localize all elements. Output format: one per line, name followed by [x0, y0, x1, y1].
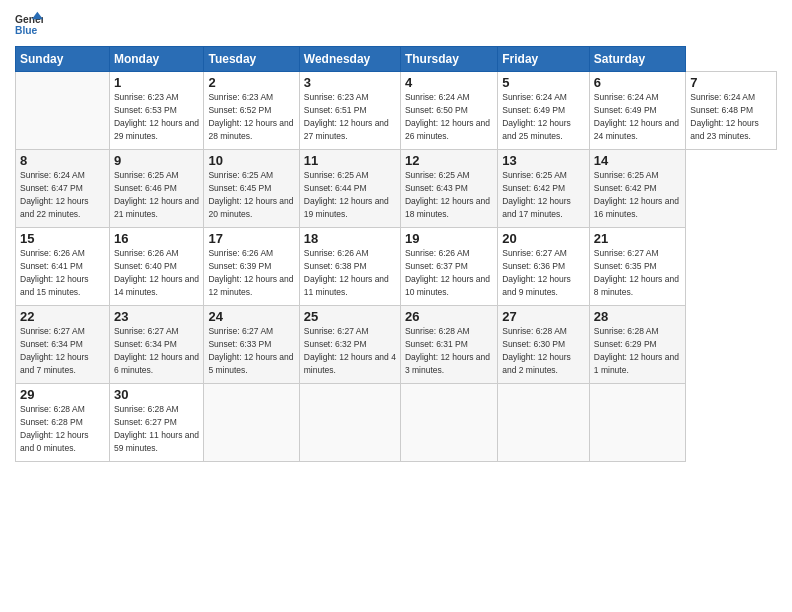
day-cell-7: 7 Sunrise: 6:24 AMSunset: 6:48 PMDayligh… — [686, 72, 777, 150]
day-info: Sunrise: 6:25 AMSunset: 6:43 PMDaylight:… — [405, 170, 490, 219]
day-info: Sunrise: 6:26 AMSunset: 6:37 PMDaylight:… — [405, 248, 490, 297]
day-info: Sunrise: 6:27 AMSunset: 6:32 PMDaylight:… — [304, 326, 396, 375]
day-cell-6: 6 Sunrise: 6:24 AMSunset: 6:49 PMDayligh… — [589, 72, 685, 150]
calendar-week-2: 8 Sunrise: 6:24 AMSunset: 6:47 PMDayligh… — [16, 150, 777, 228]
day-cell-2: 2 Sunrise: 6:23 AMSunset: 6:52 PMDayligh… — [204, 72, 299, 150]
empty-cell — [400, 384, 497, 462]
day-cell-28: 28 Sunrise: 6:28 AMSunset: 6:29 PMDaylig… — [589, 306, 685, 384]
day-info: Sunrise: 6:28 AMSunset: 6:30 PMDaylight:… — [502, 326, 571, 375]
day-number: 26 — [405, 309, 493, 324]
day-info: Sunrise: 6:27 AMSunset: 6:35 PMDaylight:… — [594, 248, 679, 297]
day-number: 21 — [594, 231, 681, 246]
weekday-thursday: Thursday — [400, 47, 497, 72]
empty-cell — [16, 72, 110, 150]
day-number: 3 — [304, 75, 396, 90]
day-number: 22 — [20, 309, 105, 324]
empty-cell — [498, 384, 590, 462]
day-cell-19: 19 Sunrise: 6:26 AMSunset: 6:37 PMDaylig… — [400, 228, 497, 306]
day-cell-9: 9 Sunrise: 6:25 AMSunset: 6:46 PMDayligh… — [109, 150, 204, 228]
weekday-saturday: Saturday — [589, 47, 685, 72]
day-cell-18: 18 Sunrise: 6:26 AMSunset: 6:38 PMDaylig… — [299, 228, 400, 306]
day-cell-30: 30 Sunrise: 6:28 AMSunset: 6:27 PMDaylig… — [109, 384, 204, 462]
day-info: Sunrise: 6:24 AMSunset: 6:49 PMDaylight:… — [594, 92, 679, 141]
day-cell-11: 11 Sunrise: 6:25 AMSunset: 6:44 PMDaylig… — [299, 150, 400, 228]
day-number: 13 — [502, 153, 585, 168]
day-number: 24 — [208, 309, 294, 324]
day-info: Sunrise: 6:24 AMSunset: 6:47 PMDaylight:… — [20, 170, 89, 219]
day-info: Sunrise: 6:27 AMSunset: 6:34 PMDaylight:… — [114, 326, 199, 375]
day-cell-16: 16 Sunrise: 6:26 AMSunset: 6:40 PMDaylig… — [109, 228, 204, 306]
day-info: Sunrise: 6:28 AMSunset: 6:27 PMDaylight:… — [114, 404, 199, 453]
day-info: Sunrise: 6:27 AMSunset: 6:33 PMDaylight:… — [208, 326, 293, 375]
day-number: 19 — [405, 231, 493, 246]
calendar-week-1: 1 Sunrise: 6:23 AMSunset: 6:53 PMDayligh… — [16, 72, 777, 150]
weekday-sunday: Sunday — [16, 47, 110, 72]
day-info: Sunrise: 6:25 AMSunset: 6:42 PMDaylight:… — [502, 170, 571, 219]
day-number: 2 — [208, 75, 294, 90]
weekday-tuesday: Tuesday — [204, 47, 299, 72]
day-cell-10: 10 Sunrise: 6:25 AMSunset: 6:45 PMDaylig… — [204, 150, 299, 228]
empty-cell — [299, 384, 400, 462]
empty-cell — [204, 384, 299, 462]
day-number: 30 — [114, 387, 200, 402]
calendar-week-4: 22 Sunrise: 6:27 AMSunset: 6:34 PMDaylig… — [16, 306, 777, 384]
day-info: Sunrise: 6:25 AMSunset: 6:44 PMDaylight:… — [304, 170, 389, 219]
day-info: Sunrise: 6:25 AMSunset: 6:45 PMDaylight:… — [208, 170, 293, 219]
day-cell-22: 22 Sunrise: 6:27 AMSunset: 6:34 PMDaylig… — [16, 306, 110, 384]
day-number: 18 — [304, 231, 396, 246]
day-info: Sunrise: 6:28 AMSunset: 6:31 PMDaylight:… — [405, 326, 490, 375]
day-number: 28 — [594, 309, 681, 324]
day-cell-29: 29 Sunrise: 6:28 AMSunset: 6:28 PMDaylig… — [16, 384, 110, 462]
empty-cell — [589, 384, 685, 462]
logo: General Blue — [15, 10, 43, 38]
calendar-body: 1 Sunrise: 6:23 AMSunset: 6:53 PMDayligh… — [16, 72, 777, 462]
day-cell-4: 4 Sunrise: 6:24 AMSunset: 6:50 PMDayligh… — [400, 72, 497, 150]
day-cell-26: 26 Sunrise: 6:28 AMSunset: 6:31 PMDaylig… — [400, 306, 497, 384]
day-info: Sunrise: 6:25 AMSunset: 6:42 PMDaylight:… — [594, 170, 679, 219]
weekday-monday: Monday — [109, 47, 204, 72]
day-info: Sunrise: 6:26 AMSunset: 6:40 PMDaylight:… — [114, 248, 199, 297]
day-info: Sunrise: 6:26 AMSunset: 6:41 PMDaylight:… — [20, 248, 89, 297]
day-cell-5: 5 Sunrise: 6:24 AMSunset: 6:49 PMDayligh… — [498, 72, 590, 150]
day-cell-17: 17 Sunrise: 6:26 AMSunset: 6:39 PMDaylig… — [204, 228, 299, 306]
day-info: Sunrise: 6:28 AMSunset: 6:28 PMDaylight:… — [20, 404, 89, 453]
day-number: 8 — [20, 153, 105, 168]
day-cell-24: 24 Sunrise: 6:27 AMSunset: 6:33 PMDaylig… — [204, 306, 299, 384]
day-number: 10 — [208, 153, 294, 168]
day-number: 12 — [405, 153, 493, 168]
day-number: 16 — [114, 231, 200, 246]
svg-text:Blue: Blue — [15, 25, 38, 36]
day-number: 4 — [405, 75, 493, 90]
day-cell-13: 13 Sunrise: 6:25 AMSunset: 6:42 PMDaylig… — [498, 150, 590, 228]
day-number: 27 — [502, 309, 585, 324]
day-cell-14: 14 Sunrise: 6:25 AMSunset: 6:42 PMDaylig… — [589, 150, 685, 228]
day-cell-20: 20 Sunrise: 6:27 AMSunset: 6:36 PMDaylig… — [498, 228, 590, 306]
day-cell-15: 15 Sunrise: 6:26 AMSunset: 6:41 PMDaylig… — [16, 228, 110, 306]
day-cell-1: 1 Sunrise: 6:23 AMSunset: 6:53 PMDayligh… — [109, 72, 204, 150]
day-cell-23: 23 Sunrise: 6:27 AMSunset: 6:34 PMDaylig… — [109, 306, 204, 384]
day-number: 15 — [20, 231, 105, 246]
day-info: Sunrise: 6:26 AMSunset: 6:38 PMDaylight:… — [304, 248, 389, 297]
day-number: 25 — [304, 309, 396, 324]
day-info: Sunrise: 6:23 AMSunset: 6:53 PMDaylight:… — [114, 92, 199, 141]
day-info: Sunrise: 6:27 AMSunset: 6:36 PMDaylight:… — [502, 248, 571, 297]
day-info: Sunrise: 6:24 AMSunset: 6:49 PMDaylight:… — [502, 92, 571, 141]
day-info: Sunrise: 6:24 AMSunset: 6:50 PMDaylight:… — [405, 92, 490, 141]
day-cell-27: 27 Sunrise: 6:28 AMSunset: 6:30 PMDaylig… — [498, 306, 590, 384]
day-number: 20 — [502, 231, 585, 246]
logo-icon: General Blue — [15, 10, 43, 38]
day-info: Sunrise: 6:24 AMSunset: 6:48 PMDaylight:… — [690, 92, 759, 141]
day-info: Sunrise: 6:23 AMSunset: 6:52 PMDaylight:… — [208, 92, 293, 141]
day-number: 5 — [502, 75, 585, 90]
day-info: Sunrise: 6:28 AMSunset: 6:29 PMDaylight:… — [594, 326, 679, 375]
day-info: Sunrise: 6:27 AMSunset: 6:34 PMDaylight:… — [20, 326, 89, 375]
page-header: General Blue — [15, 10, 777, 38]
day-cell-3: 3 Sunrise: 6:23 AMSunset: 6:51 PMDayligh… — [299, 72, 400, 150]
day-cell-21: 21 Sunrise: 6:27 AMSunset: 6:35 PMDaylig… — [589, 228, 685, 306]
day-number: 23 — [114, 309, 200, 324]
day-number: 17 — [208, 231, 294, 246]
day-number: 7 — [690, 75, 772, 90]
weekday-header-row: SundayMondayTuesdayWednesdayThursdayFrid… — [16, 47, 777, 72]
calendar-week-3: 15 Sunrise: 6:26 AMSunset: 6:41 PMDaylig… — [16, 228, 777, 306]
day-cell-25: 25 Sunrise: 6:27 AMSunset: 6:32 PMDaylig… — [299, 306, 400, 384]
